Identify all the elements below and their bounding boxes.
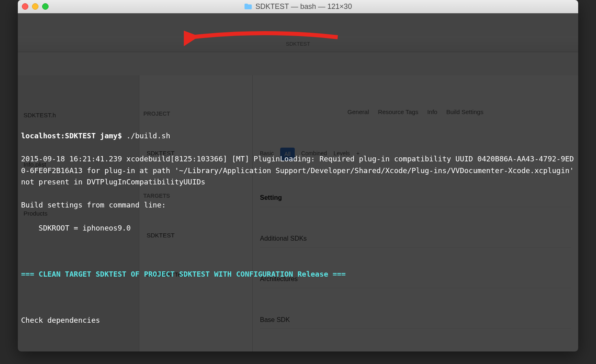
bg-tab: General: [347, 106, 369, 118]
output-line: SDKROOT = iphoneos9.0: [21, 222, 575, 234]
titlebar[interactable]: SDKTEST — bash — 121×30: [18, 0, 578, 13]
bg-project-header: PROJECT: [143, 108, 248, 120]
output-line: Build settings from command line:: [21, 199, 575, 211]
close-button[interactable]: [22, 3, 28, 10]
folder-icon: [244, 3, 252, 10]
output-line: 2015-09-18 16:21:41.239 xcodebuild[8125:…: [21, 153, 575, 188]
bg-toolbar-title: SDKTEST: [286, 38, 310, 50]
section-clean-target: === CLEAN TARGET SDKTEST OF PROJECT SDKT…: [21, 269, 575, 280]
command-text: ./build.sh: [126, 131, 170, 140]
prompt: localhost:SDKTEST jamy$: [21, 131, 126, 140]
bg-tab: Build Settings: [446, 106, 483, 118]
output-line: Check dependencies: [21, 315, 575, 326]
bg-tab: Info: [427, 106, 437, 118]
window-title-text: SDKTEST — bash — 121×30: [255, 2, 352, 11]
terminal-window: SDKTEST — bash — 121×30 SDKTEST SDKTEST.…: [18, 0, 578, 351]
annotation-arrow-icon: [184, 25, 346, 49]
zoom-button[interactable]: [42, 3, 49, 10]
terminal-output: localhost:SDKTEST jamy$ ./build.sh 2015-…: [21, 119, 575, 352]
terminal-body[interactable]: SDKTEST SDKTEST.h Info.plist Products PR…: [18, 13, 578, 351]
window-title: SDKTEST — bash — 121×30: [244, 2, 352, 11]
traffic-lights: [22, 3, 49, 10]
bg-tab: Resource Tags: [378, 106, 418, 118]
minimize-button[interactable]: [32, 3, 38, 10]
